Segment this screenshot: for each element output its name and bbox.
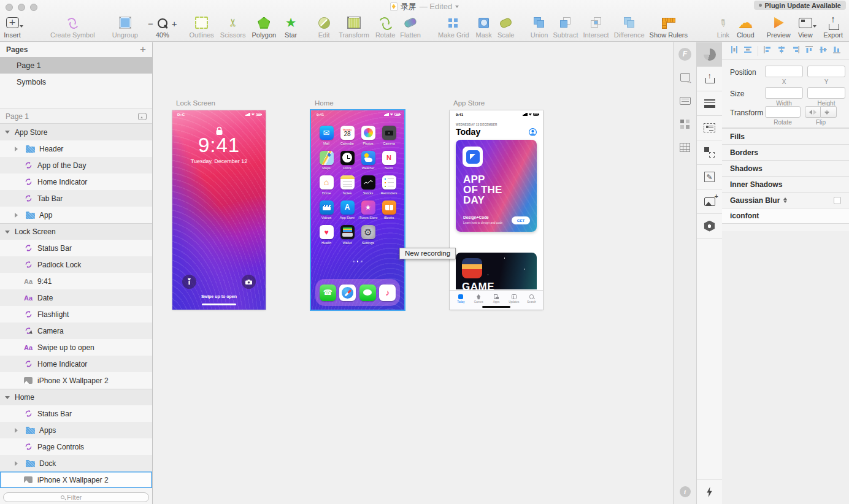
layer-artboard-home[interactable]: Home [0, 389, 152, 405]
app-notes[interactable]: Notes [338, 175, 356, 195]
layer-item-tab-bar[interactable]: Tab Bar [0, 190, 152, 207]
layer-artboard-lock-screen[interactable]: Lock Screen [0, 223, 152, 240]
app-settings[interactable]: Settings [359, 225, 377, 245]
app-books[interactable]: iBooks [380, 200, 398, 220]
dock-phone-icon[interactable] [320, 284, 336, 301]
layer-item-apps[interactable]: Apps [0, 422, 152, 438]
components-button[interactable] [674, 112, 696, 136]
transform-rotate-input[interactable] [765, 106, 801, 118]
annotate-button[interactable] [697, 165, 722, 189]
zoom-out-button[interactable]: − [148, 20, 153, 28]
toolbar-union-button[interactable]: Union [531, 15, 548, 39]
expand-caret-icon[interactable] [15, 213, 20, 218]
layer-item-status-bar[interactable]: Status Bar [0, 405, 152, 422]
section-inner-shadows[interactable]: Inner Shadows [722, 176, 849, 192]
toolbar-preview-button[interactable]: Preview [767, 15, 791, 39]
expand-caret-icon[interactable] [15, 147, 20, 151]
app-health[interactable]: Health [317, 225, 336, 245]
app-videos[interactable]: Videos [317, 200, 336, 220]
layer-item-status-bar[interactable]: Status Bar [0, 240, 152, 256]
toolbar-create-symbol-button[interactable]: Create Symbol [50, 15, 95, 39]
toolbar-difference-button[interactable]: Difference [614, 15, 645, 39]
layer-item-9-41[interactable]: Aa9:41 [0, 273, 152, 289]
layer-item-dock[interactable]: Dock [0, 455, 152, 472]
selection-button[interactable] [697, 140, 722, 165]
zoom-in-button[interactable]: + [172, 20, 177, 28]
distribute-horizontal-icon[interactable] [730, 45, 739, 56]
position-y-input[interactable] [807, 66, 845, 77]
page-item-page-1[interactable]: Page 1 [0, 57, 152, 74]
store-tab-search[interactable]: Search [524, 294, 539, 304]
toolbar-view-button[interactable]: View [797, 15, 814, 39]
size-width-input[interactable] [765, 87, 803, 99]
app-of-the-day-card[interactable]: APPOF THEDAY Design+Code Learn how to de… [456, 140, 537, 232]
toolbar-transform-button[interactable]: Transform [339, 15, 369, 39]
toolbar-insert-button[interactable]: Insert [4, 15, 21, 39]
plugin-logo-f[interactable]: F [674, 42, 696, 66]
info-button[interactable]: i [674, 479, 696, 504]
toolbar-polygon-button[interactable]: Polygon [252, 15, 276, 39]
dock-safari-icon[interactable] [339, 284, 356, 301]
flashlight-button[interactable] [182, 275, 196, 289]
toolbar-cloud-button[interactable]: Cloud [737, 15, 755, 39]
layer-item-swipe-up-to-open[interactable]: AaSwipe up to open [0, 339, 152, 356]
section-fills[interactable]: Fills [722, 128, 849, 144]
app-calendar[interactable]: Thursday28Calendar [338, 126, 356, 145]
artboard-label-app-store[interactable]: App Store [453, 99, 485, 107]
section-iconfont[interactable]: iconfont [722, 208, 849, 224]
collapse-caret-icon[interactable] [5, 396, 10, 402]
app-weather[interactable]: Weather [359, 151, 377, 170]
page-item-symbols[interactable]: Symbols [0, 74, 152, 90]
layer-item-padlock-lock[interactable]: Padlock Lock [0, 256, 152, 273]
size-height-input[interactable] [807, 87, 845, 99]
app-reminders[interactable]: Reminders [380, 175, 398, 195]
layer-item-page-controls[interactable]: Page Controls [0, 438, 152, 455]
artboard-app-store[interactable]: 9:41 WEDNESDAY 13 DECEMBER Today APPOF T… [450, 110, 543, 310]
toolbar-flatten-button[interactable]: Flatten [400, 15, 421, 39]
collapse-caret-icon[interactable] [5, 231, 10, 236]
game-card[interactable]: GAME [456, 253, 537, 289]
title-dropdown-caret[interactable] [455, 6, 459, 10]
app-maps[interactable]: Maps [317, 151, 336, 170]
toolbar-scale-button[interactable]: Scale [497, 15, 515, 39]
add-image-button[interactable] [697, 189, 722, 214]
artboard-home[interactable]: 9:41 MailThursday28CalendarPhotosCameraM… [311, 110, 404, 310]
toolbar-ungroup-button[interactable]: Ungroup [112, 15, 138, 39]
gaussian-blur-checkbox[interactable] [834, 197, 841, 204]
share-button[interactable] [697, 67, 722, 91]
quick-actions-button[interactable] [697, 479, 722, 504]
filter-input[interactable] [67, 494, 91, 501]
canvas[interactable]: Lock Screen Home App Store D+C 9:41 Tues… [153, 42, 673, 504]
align-middle-icon[interactable] [819, 45, 828, 56]
profile-icon[interactable] [529, 128, 537, 139]
layer-item-app-of-the-day[interactable]: App of the Day [0, 157, 152, 174]
layer-filter[interactable] [3, 492, 149, 502]
toolbar-edit-button[interactable]: Edit [315, 15, 332, 39]
store-tab-updates[interactable]: Updates [507, 294, 521, 304]
settings-hex-button[interactable] [697, 214, 722, 239]
align-center-icon[interactable] [777, 45, 786, 56]
app-stocks[interactable]: Stocks [359, 175, 377, 195]
app-home2[interactable]: Home [317, 175, 336, 195]
list-view-button[interactable] [674, 89, 696, 112]
layer-item-home-indicator[interactable]: Home Indicator [0, 356, 152, 372]
dock-messages-icon[interactable] [359, 284, 376, 301]
flip-horizontal-button[interactable] [805, 106, 821, 118]
get-button[interactable]: GET [512, 216, 530, 224]
distribute-vertical-icon[interactable] [743, 45, 752, 56]
align-top-icon[interactable] [805, 45, 813, 56]
app-mail[interactable]: Mail [317, 126, 336, 145]
store-tab-apps[interactable]: Apps [489, 294, 504, 304]
blur-type-stepper-icon[interactable] [783, 196, 787, 205]
app-photos[interactable]: Photos [359, 126, 377, 145]
section-borders[interactable]: Borders [722, 144, 849, 160]
align-bottom-icon[interactable] [832, 45, 841, 56]
section-gaussian-blur[interactable]: Gaussian Blur [722, 192, 849, 208]
toolbar-intersect-button[interactable]: Intersect [583, 15, 609, 39]
app-itunes[interactable]: iTunes Store [359, 200, 377, 220]
position-x-input[interactable] [765, 66, 803, 77]
plugin-update-badge[interactable]: Plugin Update Available [754, 1, 847, 10]
artboard-label-home[interactable]: Home [315, 99, 334, 107]
align-right-icon[interactable] [791, 45, 800, 56]
layer-item-flashlight[interactable]: Flashlight [0, 306, 152, 323]
